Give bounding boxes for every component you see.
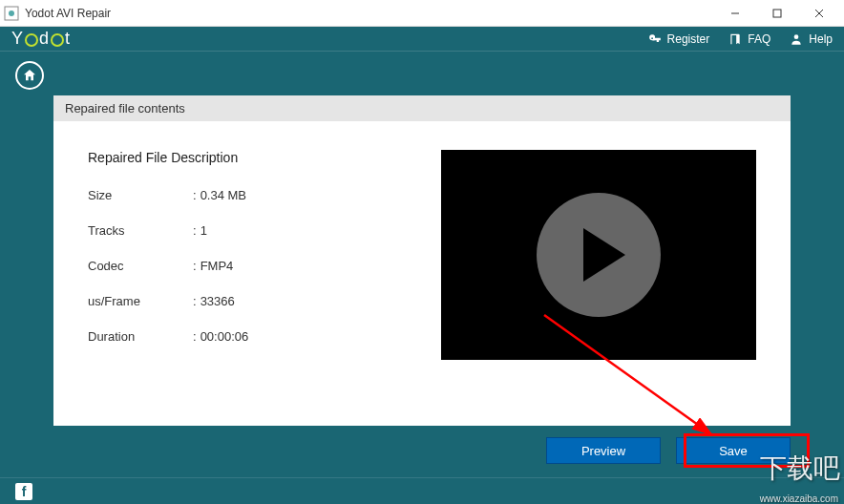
- home-button[interactable]: [15, 61, 44, 90]
- register-link[interactable]: Register: [648, 32, 710, 46]
- minimize-button[interactable]: [714, 0, 756, 27]
- close-button[interactable]: [798, 0, 840, 27]
- logo-letter: Y: [11, 29, 24, 49]
- desc-row-duration: Duration : 00:00:06: [88, 329, 374, 344]
- button-row: Preview Save: [0, 437, 844, 477]
- play-icon: [583, 228, 625, 282]
- home-row: [0, 52, 844, 95]
- app-icon: [4, 6, 19, 21]
- help-label: Help: [809, 32, 833, 46]
- desc-label: Size: [88, 188, 193, 202]
- section-header: Repaired file contents: [53, 95, 791, 121]
- preview-button[interactable]: Preview: [546, 437, 661, 464]
- facebook-icon[interactable]: f: [15, 483, 32, 500]
- app-body: Ydt Register FAQ Help Repaired file cont…: [0, 27, 844, 504]
- desc-value: 1: [200, 223, 207, 238]
- desc-label: Codec: [88, 259, 193, 273]
- logo-o-icon: [25, 33, 38, 47]
- desc-row-usframe: us/Frame : 33366: [88, 294, 374, 308]
- video-preview: [441, 150, 756, 360]
- window-controls: [714, 0, 840, 27]
- register-label: Register: [667, 32, 710, 46]
- play-button[interactable]: [537, 193, 661, 317]
- desc-value: 00:00:06: [200, 329, 249, 344]
- book-icon: [728, 32, 742, 46]
- description-title: Repaired File Description: [88, 150, 374, 165]
- desc-label: us/Frame: [88, 294, 193, 308]
- top-menu: Ydt Register FAQ Help: [0, 27, 844, 52]
- svg-rect-3: [773, 10, 781, 17]
- desc-row-size: Size : 0.34 MB: [88, 188, 374, 202]
- key-icon: [648, 32, 662, 46]
- faq-label: FAQ: [748, 32, 770, 46]
- faq-link[interactable]: FAQ: [728, 32, 770, 46]
- desc-value: FMP4: [200, 259, 234, 273]
- svg-point-6: [794, 34, 799, 39]
- person-icon: [790, 32, 803, 46]
- home-icon: [22, 68, 37, 83]
- logo-letter: d: [39, 29, 50, 49]
- window-title: Yodot AVI Repair: [25, 7, 714, 20]
- section-body: Repaired File Description Size : 0.34 MB…: [53, 121, 791, 426]
- content-card: Repaired file contents Repaired File Des…: [53, 95, 791, 426]
- save-button[interactable]: Save: [676, 437, 791, 464]
- svg-point-1: [9, 10, 14, 16]
- titlebar: Yodot AVI Repair: [0, 0, 844, 27]
- desc-value: 33366: [200, 294, 235, 308]
- preview-column: [393, 150, 756, 407]
- desc-row-codec: Codec : FMP4: [88, 259, 374, 273]
- maximize-button[interactable]: [756, 0, 798, 27]
- desc-label: Tracks: [88, 223, 193, 238]
- desc-row-tracks: Tracks : 1: [88, 223, 374, 238]
- logo-o-icon: [51, 33, 64, 47]
- description-column: Repaired File Description Size : 0.34 MB…: [88, 150, 374, 407]
- logo-letter: t: [65, 29, 71, 49]
- bottom-bar: f: [0, 477, 844, 504]
- desc-label: Duration: [88, 329, 193, 344]
- help-link[interactable]: Help: [790, 32, 833, 46]
- desc-value: 0.34 MB: [200, 188, 246, 202]
- logo: Ydt: [11, 29, 71, 49]
